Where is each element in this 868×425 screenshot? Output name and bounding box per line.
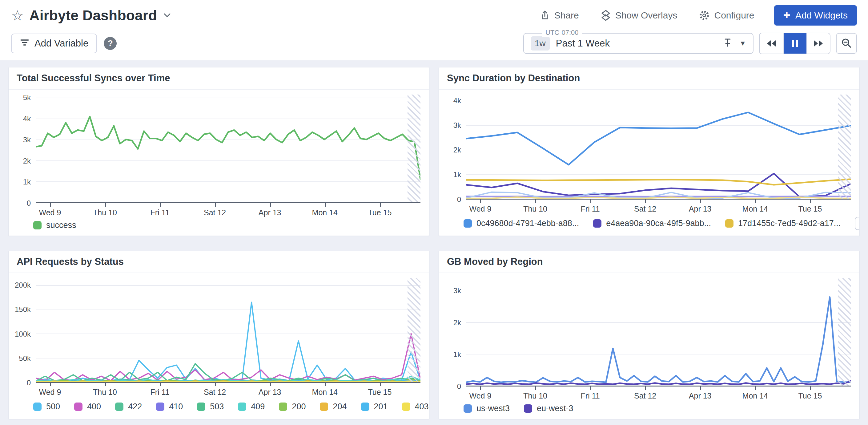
legend-item[interactable]: 409: [238, 402, 265, 412]
add-widgets-button[interactable]: + Add Widgets: [774, 5, 857, 26]
y-axis-labels: 4k3k2k1k0: [439, 95, 466, 200]
legend-swatch: [320, 402, 328, 411]
widget-title: Total Successful Syncs over Time: [9, 67, 429, 90]
legend-item[interactable]: 400: [74, 402, 101, 412]
legend-swatch: [402, 402, 410, 411]
x-tick-mark: [160, 383, 161, 386]
x-tick-label: Mon 14: [742, 391, 768, 400]
y-tick-label: 3k: [454, 121, 461, 130]
plot-area[interactable]: [466, 95, 851, 200]
x-tick-mark: [215, 203, 216, 207]
legend-label: 17d1455c-7ed5-49d2-a17...: [738, 219, 841, 228]
legend-swatch: [33, 221, 41, 230]
legend-item[interactable]: us-west3: [464, 404, 510, 413]
legend-item[interactable]: eu-west-3: [524, 404, 574, 413]
x-tick-label: Tue 15: [798, 391, 822, 400]
y-tick-label: 1k: [23, 178, 31, 186]
legend-label: 500: [46, 402, 60, 412]
x-axis-labels: Wed 9Thu 10Fri 11Sat 12Apr 13Mon 14Tue 1…: [36, 203, 421, 219]
configure-button[interactable]: Configure: [697, 9, 756, 21]
y-tick-label: 3k: [454, 286, 461, 295]
x-tick-mark: [755, 200, 756, 203]
legend-item[interactable]: 201: [361, 402, 388, 412]
x-tick-mark: [380, 383, 381, 386]
legend-item[interactable]: 200: [279, 402, 306, 412]
x-tick-label: Thu 10: [93, 388, 117, 397]
help-icon[interactable]: ?: [104, 37, 117, 50]
series-line-400: [36, 334, 421, 381]
x-tick-label: Wed 9: [469, 205, 492, 213]
zoom-out-button[interactable]: [836, 33, 857, 54]
widget-title: Sync Duration by Destination: [439, 67, 859, 90]
x-tick-mark: [270, 383, 271, 386]
range-caret-down-icon[interactable]: ▼: [739, 39, 746, 48]
share-button[interactable]: Share: [538, 10, 581, 21]
x-tick-label: Apr 13: [258, 388, 281, 397]
plot-area[interactable]: [466, 278, 851, 387]
y-tick-label: 150k: [15, 305, 31, 314]
time-range-picker[interactable]: UTC-07:00 1w Past 1 Week ▼: [523, 33, 753, 54]
y-tick-label: 5k: [23, 93, 31, 102]
favorite-star-icon[interactable]: ☆: [11, 8, 24, 23]
legend: 500400422410503409200204201403+4: [33, 400, 421, 413]
series-line-0c49680d-4791-4ebb-a88...: [466, 113, 851, 165]
legend-item[interactable]: 503: [197, 402, 224, 412]
legend-item[interactable]: 422: [115, 402, 142, 412]
x-tick-mark: [480, 200, 481, 203]
y-axis-labels: 200k150k100k50k0: [9, 278, 36, 383]
x-tick-label: Tue 15: [368, 388, 392, 397]
x-axis-labels: Wed 9Thu 10Fri 11Sat 12Apr 13Mon 14Tue 1…: [466, 387, 851, 402]
legend-item[interactable]: 0c49680d-4791-4ebb-a88...: [464, 219, 579, 228]
x-tick-label: Wed 9: [469, 391, 492, 400]
y-tick-label: 1k: [454, 170, 461, 179]
legend-label: 503: [210, 402, 224, 412]
legend-item[interactable]: 500: [33, 402, 60, 412]
time-backward-button[interactable]: [760, 33, 783, 54]
plot-area[interactable]: [36, 278, 421, 383]
share-icon: [539, 10, 550, 21]
x-tick-mark: [105, 203, 106, 207]
x-tick-label: Apr 13: [258, 208, 281, 217]
title-chevron-down-icon[interactable]: [162, 12, 172, 19]
legend-item[interactable]: 17d1455c-7ed5-49d2-a17...: [725, 219, 841, 228]
incomplete-data-hatch: [838, 278, 851, 386]
x-tick-label: Mon 14: [312, 208, 338, 217]
x-tick-mark: [480, 387, 481, 390]
pin-icon[interactable]: [723, 38, 732, 49]
plot-area[interactable]: [36, 95, 421, 203]
x-tick-mark: [535, 387, 536, 390]
overlays-icon: [600, 10, 611, 21]
legend-swatch: [524, 404, 532, 413]
y-tick-label: 0: [27, 199, 31, 208]
y-tick-label: 200k: [15, 281, 31, 290]
incomplete-data-hatch: [407, 278, 421, 382]
y-tick-label: 2k: [23, 157, 31, 165]
zoom-out-icon: [841, 38, 852, 49]
time-forward-button[interactable]: [806, 33, 830, 54]
legend-label: us-west3: [476, 404, 510, 413]
dashboard-title-group[interactable]: ☆ Airbyte Dashboard: [11, 7, 172, 24]
legend-item[interactable]: e4aea90a-90ca-49f5-9abb...: [593, 219, 711, 228]
legend-item[interactable]: 403: [402, 402, 429, 412]
x-tick-mark: [590, 387, 591, 390]
range-shortcut-chip[interactable]: 1w: [531, 36, 550, 51]
legend-swatch: [279, 402, 287, 411]
legend-item[interactable]: 410: [156, 402, 183, 412]
page-title: Airbyte Dashboard: [29, 7, 157, 24]
legend-more-button[interactable]: +6: [855, 217, 860, 230]
legend-label: 410: [169, 402, 183, 412]
series-line-us-west3: [466, 297, 851, 382]
add-variable-button[interactable]: Add Variable: [11, 34, 97, 53]
toolbar: Add Variable ? UTC-07:00 1w Past 1 Week …: [0, 31, 868, 60]
pause-live-button[interactable]: [783, 33, 806, 54]
series-line-500: [36, 302, 421, 381]
legend-item[interactable]: success: [33, 220, 76, 230]
x-tick-label: Fri 11: [151, 388, 169, 397]
x-tick-label: Mon 14: [312, 388, 338, 397]
legend-swatch: [464, 219, 472, 227]
y-tick-label: 2k: [454, 318, 461, 327]
y-axis-labels: 5k4k3k2k1k0: [9, 95, 36, 203]
legend-item[interactable]: 204: [320, 402, 347, 412]
legend: 0c49680d-4791-4ebb-a88...e4aea90a-90ca-4…: [464, 217, 851, 230]
show-overlays-button[interactable]: Show Overlays: [599, 9, 679, 21]
